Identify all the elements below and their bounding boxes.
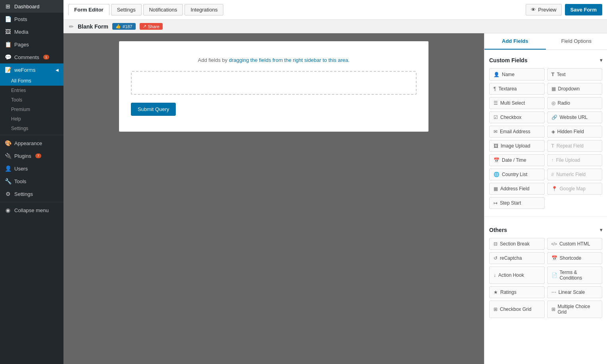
field-multi-select[interactable]: ☰ Multi Select	[489, 97, 545, 109]
tab-notifications[interactable]: Notifications	[143, 4, 183, 15]
pages-icon: 📋	[5, 41, 11, 48]
field-checkbox-grid[interactable]: ⊞ Checkbox Grid	[489, 301, 545, 318]
users-icon: 👤	[5, 165, 11, 172]
field-step-start[interactable]: ↦ Step Start	[489, 197, 545, 209]
sidebar-item-posts[interactable]: 📄 Posts	[0, 13, 63, 25]
others-header[interactable]: Others ▾	[489, 224, 602, 236]
tab-add-fields[interactable]: Add Fields	[484, 33, 546, 50]
terms-icon: 📄	[551, 272, 557, 278]
topbar-actions: 👁 Preview Save Form	[526, 4, 602, 15]
sidebar-sub-tools[interactable]: Tools	[0, 95, 63, 105]
sidebar-collapse-menu[interactable]: ◉ Collapse menu	[0, 204, 63, 216]
sidebar-item-pages[interactable]: 📋 Pages	[0, 38, 63, 51]
dropdown-icon: ▦	[551, 86, 556, 92]
sidebar: ⊞ Dashboard 📄 Posts 🖼 Media 📋 Pages 💬 Co…	[0, 0, 63, 364]
panel-tabs: Add Fields Field Options	[484, 33, 607, 50]
field-textarea[interactable]: ¶ Textarea	[489, 83, 545, 95]
sidebar-sub-entries[interactable]: Entries	[0, 86, 63, 95]
sidebar-sub-help[interactable]: Help	[0, 114, 63, 124]
section-divider-1	[484, 216, 607, 216]
tab-form-editor[interactable]: Form Editor	[68, 4, 109, 15]
numeric-icon: #	[551, 172, 554, 177]
file-upload-icon: ↑	[551, 157, 554, 163]
thumbsup-icon: 👍	[115, 24, 121, 29]
linear-scale-icon: ⋯	[551, 289, 556, 295]
field-dropdown[interactable]: ▦ Dropdown	[547, 83, 603, 95]
plugins-icon: 🔌	[5, 153, 11, 159]
field-recaptcha[interactable]: ↺ reCaptcha	[489, 252, 545, 264]
preview-button[interactable]: 👁 Preview	[526, 4, 561, 15]
website-icon: 🔗	[551, 115, 557, 120]
main-area: Form Editor Settings Notifications Integ…	[63, 0, 607, 364]
map-icon: 📍	[551, 186, 557, 192]
field-hidden[interactable]: ◈ Hidden Field	[547, 126, 603, 138]
field-email[interactable]: ✉ Email Address	[489, 126, 545, 138]
form-count-badge[interactable]: 👍 #187	[112, 23, 135, 30]
field-shortcode[interactable]: 📅 Shortcode	[547, 252, 603, 264]
sidebar-item-weforms[interactable]: 📝 weForms ◀	[0, 63, 63, 76]
sidebar-sub-premium[interactable]: Premium	[0, 105, 63, 114]
custom-fields-section: Custom Fields ▾ 👤 Name T Text ¶ Textarea	[484, 50, 607, 213]
field-checkbox[interactable]: ☑ Checkbox	[489, 111, 545, 123]
tools-icon: 🔧	[5, 178, 11, 184]
sidebar-item-appearance[interactable]: 🎨 Appearance	[0, 137, 63, 149]
field-custom-html[interactable]: </> Custom HTML	[547, 238, 603, 250]
name-icon: 👤	[494, 72, 499, 77]
field-numeric[interactable]: # Numeric Field	[547, 169, 603, 180]
drop-zone[interactable]	[131, 71, 417, 95]
sidebar-item-dashboard[interactable]: ⊞ Dashboard	[0, 0, 63, 13]
action-hook-icon: ↓	[494, 272, 496, 278]
sidebar-item-comments[interactable]: 💬 Comments 1	[0, 51, 63, 63]
field-image-upload[interactable]: 🖼 Image Upload	[489, 140, 545, 152]
field-section-break[interactable]: ⊟ Section Break	[489, 238, 545, 250]
custom-fields-chevron: ▾	[600, 57, 602, 63]
tab-settings[interactable]: Settings	[111, 4, 142, 15]
field-ratings[interactable]: ★ Ratings	[489, 286, 545, 298]
field-website-url[interactable]: 🔗 Website URL	[547, 111, 603, 123]
field-linear-scale[interactable]: ⋯ Linear Scale	[547, 286, 603, 298]
image-upload-icon: 🖼	[494, 143, 498, 149]
checkbox-icon: ☑	[494, 115, 498, 120]
custom-fields-header[interactable]: Custom Fields ▾	[489, 54, 602, 66]
text-icon: T	[551, 71, 555, 77]
sidebar-item-settings[interactable]: ⚙ Settings	[0, 188, 63, 200]
right-panel: Add Fields Field Options Custom Fields ▾…	[484, 33, 607, 364]
field-google-map[interactable]: 📍 Google Map	[547, 183, 603, 195]
field-radio[interactable]: ◎ Radio	[547, 97, 603, 109]
submit-button[interactable]: Submit Query	[131, 103, 176, 116]
field-action-hook[interactable]: ↓ Action Hook	[489, 266, 545, 284]
media-icon: 🖼	[5, 29, 11, 35]
collapse-icon: ◉	[5, 207, 11, 213]
sidebar-item-tools[interactable]: 🔧 Tools	[0, 175, 63, 188]
sidebar-sub-settings[interactable]: Settings	[0, 124, 63, 133]
multiple-choice-grid-icon: ⊞	[551, 307, 555, 312]
share-icon: ↗	[143, 24, 146, 29]
field-multiple-choice-grid[interactable]: ⊞ Multiple Choice Grid	[547, 301, 603, 318]
sidebar-item-media[interactable]: 🖼 Media	[0, 25, 63, 38]
field-date-time[interactable]: 📅 Date / Time	[489, 154, 545, 166]
field-file-upload[interactable]: ↑ File Upload	[547, 154, 603, 166]
tab-integrations[interactable]: Integrations	[184, 4, 223, 15]
form-title-icon: ✏	[69, 23, 74, 30]
multiselect-icon: ☰	[494, 100, 498, 106]
field-text[interactable]: T Text	[547, 68, 603, 80]
preview-eye-icon: 👁	[531, 7, 536, 13]
field-address[interactable]: ▦ Address Field	[489, 183, 545, 195]
field-country-list[interactable]: 🌐 Country List	[489, 169, 545, 180]
field-repeat[interactable]: T Repeat Field	[547, 140, 603, 152]
topbar-tabs: Form Editor Settings Notifications Integ…	[68, 4, 223, 15]
email-icon: ✉	[494, 129, 498, 134]
form-titlebar: ✏ Blank Form 👍 #187 ↗ Share	[63, 20, 607, 33]
form-share-badge[interactable]: ↗ Share	[140, 23, 163, 30]
textarea-icon: ¶	[494, 86, 496, 92]
field-terms[interactable]: 📄 Terms & Conditions	[547, 266, 603, 284]
save-form-button[interactable]: Save Form	[565, 4, 602, 15]
sidebar-sub-all-forms[interactable]: All Forms	[0, 76, 63, 86]
posts-icon: 📄	[5, 16, 11, 22]
field-name[interactable]: 👤 Name	[489, 68, 545, 80]
recaptcha-icon: ↺	[494, 255, 498, 261]
radio-icon: ◎	[551, 100, 555, 106]
sidebar-item-plugins[interactable]: 🔌 Plugins 7	[0, 149, 63, 162]
tab-field-options[interactable]: Field Options	[546, 33, 607, 50]
sidebar-item-users[interactable]: 👤 Users	[0, 162, 63, 175]
